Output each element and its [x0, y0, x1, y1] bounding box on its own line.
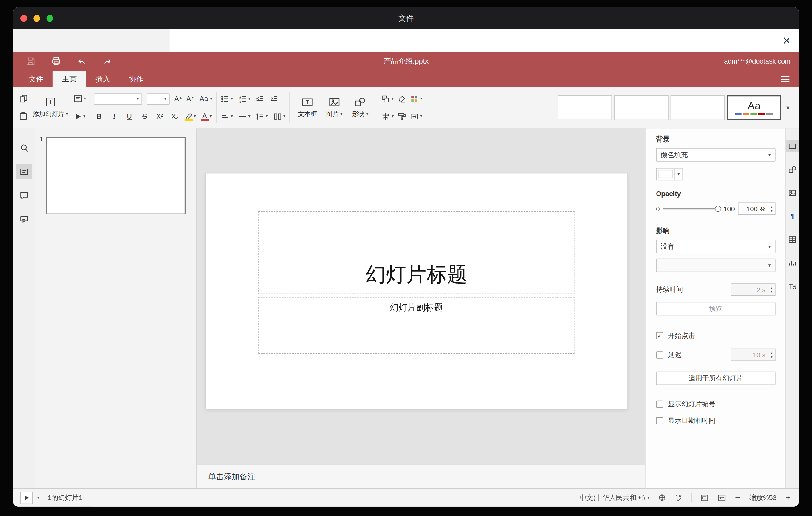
italic-button[interactable]: I	[109, 112, 120, 120]
start-slideshow-button[interactable]	[20, 491, 33, 504]
image-button[interactable]: 图片 ▾	[321, 87, 347, 128]
start-slideshow-dropdown[interactable]: ▾	[73, 112, 85, 121]
show-date-time-checkbox[interactable]	[656, 417, 663, 424]
set-language-icon[interactable]	[658, 493, 666, 502]
line-spacing-dropdown[interactable]: ▾	[255, 112, 268, 121]
change-case-dropdown[interactable]: Aa ▾	[199, 95, 212, 103]
slider-knob[interactable]	[715, 205, 721, 212]
subtitle-placeholder[interactable]: 幻灯片副标题	[258, 297, 575, 354]
redo-icon[interactable]	[103, 56, 112, 66]
slide-layout-dropdown[interactable]: ▾	[73, 94, 86, 104]
color-scheme-dropdown[interactable]: ▾	[409, 94, 422, 104]
chart-settings-icon[interactable]	[786, 256, 799, 269]
numbering-dropdown[interactable]: 123 ▾	[238, 94, 251, 104]
slides-panel-icon[interactable]	[16, 164, 32, 179]
textbox-button[interactable]: T 文本框	[293, 87, 321, 128]
tab-home[interactable]: 主页	[53, 71, 86, 87]
copy-icon[interactable]	[18, 94, 28, 104]
save-icon[interactable]	[26, 56, 35, 66]
font-color-dropdown[interactable]: A ▾	[201, 112, 212, 120]
theme-tile[interactable]	[614, 95, 669, 120]
slide-settings-icon[interactable]	[786, 140, 799, 152]
delay-input[interactable]: 10 s ▴▾	[730, 349, 775, 361]
print-icon[interactable]	[51, 56, 61, 66]
chevron-up-icon[interactable]: ▴	[771, 205, 773, 209]
fit-slide-button[interactable]	[700, 493, 709, 502]
vertical-align-dropdown[interactable]: ▾	[238, 112, 251, 121]
delay-checkbox[interactable]	[656, 351, 663, 359]
copy-style-button[interactable]	[397, 112, 406, 121]
paragraph-settings-icon[interactable]: ¶	[786, 210, 799, 222]
opacity-input[interactable]: 100 % ▴▾	[738, 202, 776, 215]
highlight-color-dropdown[interactable]: ▾	[185, 112, 196, 120]
chevron-down-icon[interactable]: ▾	[771, 209, 773, 212]
paste-icon[interactable]	[18, 111, 28, 121]
traffic-close-button[interactable]	[20, 15, 27, 22]
title-placeholder[interactable]: 幻灯片标题	[258, 211, 575, 294]
decrease-font-button[interactable]: A ▾	[186, 95, 194, 103]
columns-dropdown[interactable]: ▾	[273, 112, 285, 121]
tab-collaboration[interactable]: 协作	[119, 71, 153, 87]
font-size-combobox[interactable]: ▾	[147, 93, 169, 104]
align-shapes-dropdown[interactable]: ▾	[381, 112, 394, 121]
effect-variant-select[interactable]: ▾	[656, 259, 775, 272]
preview-button[interactable]: 预览	[656, 302, 775, 316]
increase-font-button[interactable]: A ▴	[174, 95, 182, 103]
show-slide-number-checkbox[interactable]	[656, 401, 663, 408]
horizontal-align-dropdown[interactable]: ▾	[220, 112, 233, 121]
traffic-minimize-button[interactable]	[33, 15, 40, 22]
theme-tile[interactable]	[671, 95, 725, 120]
table-settings-icon[interactable]	[786, 233, 799, 245]
chevron-down-icon: ▾	[786, 104, 789, 111]
arrange-shapes-dropdown[interactable]: ▾	[381, 94, 394, 104]
increase-indent-button[interactable]	[269, 94, 279, 104]
font-name-combobox[interactable]: ▾	[94, 93, 142, 104]
duration-input[interactable]: 2 s ▴▾	[730, 283, 775, 296]
textart-settings-icon[interactable]: Ta	[786, 280, 799, 292]
apply-to-all-slides-button[interactable]: 适用于所有幻灯片	[656, 372, 775, 385]
theme-tile-selected[interactable]: Aa	[727, 95, 781, 120]
background-color-swatch[interactable]: ▾	[656, 168, 683, 180]
strikethrough-button[interactable]: S	[140, 112, 150, 120]
superscript-button[interactable]: X²	[154, 113, 165, 120]
add-slide-button[interactable]: 添加幻灯片 ▾	[28, 87, 73, 128]
start-on-click-checkbox[interactable]: ✓	[656, 332, 663, 340]
shape-settings-icon[interactable]	[786, 163, 799, 176]
slide-canvas[interactable]: 幻灯片标题 幻灯片副标题	[206, 173, 627, 409]
underline-button[interactable]: U	[124, 112, 135, 120]
search-icon[interactable]	[16, 140, 32, 155]
comments-panel-icon[interactable]	[16, 188, 32, 203]
background-fill-select[interactable]: 颜色填充 ▾	[656, 148, 775, 162]
slide-thumbnail[interactable]	[46, 137, 186, 214]
slide-size-dropdown[interactable]: ▾	[409, 112, 422, 121]
chevron-down-icon[interactable]: ▾	[37, 495, 39, 500]
spellcheck-icon[interactable]: ABC	[674, 493, 683, 502]
chevron-down-icon[interactable]: ▾	[771, 289, 773, 293]
tab-insert[interactable]: 插入	[86, 71, 119, 87]
chevron-up-icon[interactable]: ▴	[771, 351, 773, 355]
image-settings-icon[interactable]	[786, 187, 799, 199]
bold-button[interactable]: B	[94, 112, 105, 120]
notes-input[interactable]: 单击添加备注	[197, 465, 646, 488]
decrease-indent-button[interactable]	[255, 94, 264, 104]
chevron-up-icon[interactable]: ▴	[771, 286, 773, 290]
themes-expand-button[interactable]: ▾	[781, 87, 794, 128]
fit-width-button[interactable]	[717, 493, 726, 502]
bullets-dropdown[interactable]: ▾	[220, 94, 233, 104]
close-icon[interactable]: ×	[783, 34, 791, 47]
clear-style-button[interactable]	[397, 94, 406, 104]
menu-icon[interactable]	[781, 76, 790, 82]
tab-file[interactable]: 文件	[20, 71, 53, 87]
zoom-out-button[interactable]: −	[734, 492, 742, 503]
subscript-button[interactable]: X₂	[170, 113, 180, 120]
opacity-slider[interactable]	[663, 205, 720, 212]
shape-button[interactable]: 形状 ▾	[347, 87, 373, 128]
undo-icon[interactable]	[77, 56, 87, 66]
zoom-in-button[interactable]: +	[784, 492, 792, 503]
chevron-down-icon[interactable]: ▾	[771, 355, 773, 359]
chat-panel-icon[interactable]	[16, 211, 32, 227]
transition-effect-select[interactable]: 没有 ▾	[656, 240, 775, 253]
language-selector[interactable]: 中文(中华人民共和国) ▾	[580, 493, 650, 502]
traffic-zoom-button[interactable]	[47, 15, 53, 22]
theme-tile[interactable]	[558, 95, 612, 120]
